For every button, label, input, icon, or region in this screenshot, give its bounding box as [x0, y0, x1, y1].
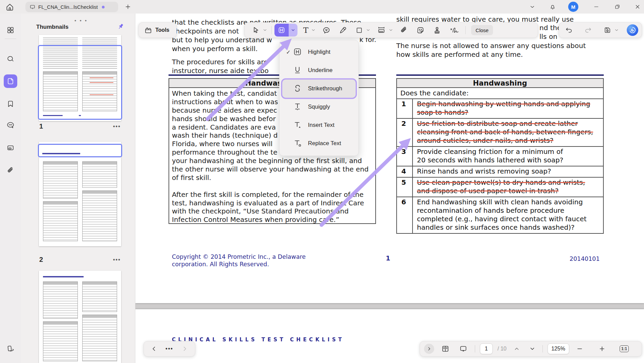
checklist-row-number: 3 — [397, 147, 413, 166]
thumbnail-1-more-icon[interactable]: ••• — [113, 123, 121, 130]
menu-item-strikethrough[interactable]: Strikethrough — [282, 80, 356, 98]
checklist-row-number: 2 — [397, 119, 413, 146]
right-table-title: Handwashing — [397, 79, 603, 88]
annotation-toolbar: T Cl — [244, 22, 538, 38]
text-tool-chevron-icon[interactable] — [311, 24, 317, 37]
page-total-label: / 10 — [497, 346, 507, 352]
page-thumbnail-1[interactable] — [39, 35, 121, 121]
page-thumbnail-3[interactable] — [39, 271, 121, 363]
comments-icon[interactable] — [4, 118, 17, 132]
zoom-out-icon[interactable] — [574, 342, 585, 355]
menu-item-highlight[interactable]: ✓Highlight — [282, 43, 356, 61]
nav-more-icon[interactable]: ••• — [163, 342, 176, 355]
previous-page-icon[interactable] — [511, 342, 522, 355]
ai-assistant-icon[interactable] — [627, 24, 638, 36]
pdf-text-fragment: lls on — [539, 32, 557, 41]
zoom-in-icon[interactable] — [596, 342, 608, 355]
pdf-text-line: test, handwashing is evaluated as a part… — [172, 199, 369, 207]
page2-heading: CLINICAL SKILLS TEST CHECKLIST — [172, 337, 344, 343]
two-page-view-icon[interactable] — [439, 342, 452, 355]
shape-tool-icon[interactable] — [353, 24, 365, 37]
checklist-row: 1Begin handwashing by wetting hands and … — [397, 99, 603, 119]
checklist-row-text: End handwashing skill with clean hands a… — [413, 197, 589, 233]
next-page-icon[interactable] — [527, 342, 538, 355]
pdf-editor-window: that the checklists are not written as p… — [0, 0, 644, 363]
minimize-icon[interactable] — [592, 2, 601, 11]
stamp-tool-icon[interactable] — [430, 24, 444, 37]
thumbnail-2-more-icon[interactable]: ••• — [113, 257, 121, 263]
page-number-input[interactable]: 1 — [480, 343, 493, 354]
highlight-tool-button[interactable] — [274, 24, 289, 37]
collapse-statusbar-icon[interactable] — [424, 344, 434, 354]
home-icon[interactable] — [5, 3, 14, 12]
save-chevron-icon[interactable] — [614, 24, 620, 37]
menu-item-label: Insert Text — [308, 122, 334, 129]
pdf-text-line: The nurse is not allowed to answer any q… — [396, 41, 586, 50]
maximize-icon[interactable] — [613, 2, 622, 11]
annotations-list-icon[interactable] — [4, 141, 17, 155]
measure-tool-icon[interactable] — [375, 24, 388, 37]
search-icon[interactable] — [4, 52, 17, 66]
nav-forward-icon[interactable] — [179, 342, 190, 355]
pdf-text-line — [172, 182, 369, 190]
thumbnail-1-label: 1 — [39, 122, 43, 130]
reader-mode-icon[interactable] — [4, 342, 17, 356]
undo-icon[interactable] — [562, 24, 575, 37]
attachment-icon[interactable] — [4, 164, 17, 177]
bookmark-icon[interactable] — [4, 97, 17, 111]
viewport-indicator — [38, 45, 122, 120]
new-tab-icon[interactable] — [125, 3, 131, 10]
highlight-tool-chevron-icon[interactable] — [289, 24, 297, 37]
toolbar-divider — [271, 26, 272, 34]
close-toolbar-button[interactable]: Close — [471, 25, 493, 35]
pdf-text-line: of first skill. — [172, 174, 369, 182]
panel-drag-handle-icon[interactable]: • • • — [74, 18, 88, 23]
menu-item-label: Highlight — [308, 49, 330, 55]
redo-icon[interactable] — [582, 24, 595, 37]
checklist-row-number: 5 — [397, 178, 413, 197]
close-window-icon[interactable] — [633, 2, 642, 11]
actual-size-icon[interactable]: 1:1 — [617, 342, 631, 355]
viewport-indicator — [38, 144, 122, 157]
checkmark-icon: ✓ — [285, 49, 292, 55]
menu-item-squiggly[interactable]: Squiggly — [282, 98, 356, 116]
attach-tool-icon[interactable] — [397, 24, 410, 37]
select-tool-icon[interactable] — [249, 24, 262, 37]
checklist-row-number: 6 — [397, 197, 413, 233]
measure-tool-chevron-icon[interactable] — [388, 24, 395, 37]
save-icon[interactable] — [601, 24, 614, 37]
sticker-tool-icon[interactable] — [414, 24, 427, 37]
menu-item-insert-text[interactable]: Insert Text — [282, 116, 356, 134]
tabs-chevron-icon[interactable] — [528, 2, 537, 11]
comment-tool-icon[interactable] — [320, 24, 333, 37]
view-status-toolbar: 1 / 10 125% 1:1 — [420, 341, 642, 357]
checklist-row-text: Use clean paper towel(s) to dry hands an… — [413, 178, 588, 197]
presentation-mode-icon[interactable] — [457, 342, 470, 355]
notifications-bell-icon[interactable] — [548, 2, 557, 11]
checklist-row: 5Use clean paper towel(s) to dry hands a… — [397, 178, 603, 197]
pdf-page-number: 1 — [386, 254, 390, 262]
menu-item-replace-text[interactable]: Replace Text — [282, 134, 356, 153]
pen-tool-icon[interactable] — [336, 24, 350, 37]
pdf-intro-left-2: The procedures for skills areinstructor,… — [172, 58, 269, 75]
thumbnails-page-icon[interactable] — [4, 74, 17, 88]
user-avatar[interactable]: M — [568, 2, 578, 12]
page-thumbnail-2[interactable] — [39, 142, 121, 246]
toolbar-divider — [465, 26, 466, 34]
tools-button[interactable]: Tools — [138, 22, 177, 38]
text-tool-icon[interactable]: T — [301, 24, 311, 37]
highlight-tool-dropdown: ✓HighlightUnderlineStrikethroughSquiggly… — [279, 40, 359, 156]
tab-title: FL_CNA_Clin...lsChecklist — [38, 4, 98, 10]
pdf-text-line: instructor, nurse aide textbo — [172, 66, 269, 75]
document-tab[interactable]: FL_CNA_Clin...lsChecklist — [25, 2, 118, 12]
menu-item-underline[interactable]: Underline — [282, 61, 356, 80]
app-grid-icon[interactable] — [4, 23, 17, 37]
nav-back-icon[interactable] — [149, 342, 159, 355]
pin-panel-icon[interactable] — [117, 23, 125, 30]
panel-title: Thumbnails — [36, 24, 68, 30]
zoom-level-input[interactable]: 125% — [548, 343, 569, 354]
signature-tool-icon[interactable] — [447, 24, 462, 37]
strikethrough-icon — [293, 84, 303, 93]
select-tool-chevron-icon[interactable] — [262, 24, 269, 37]
shape-tool-chevron-icon[interactable] — [365, 24, 372, 37]
